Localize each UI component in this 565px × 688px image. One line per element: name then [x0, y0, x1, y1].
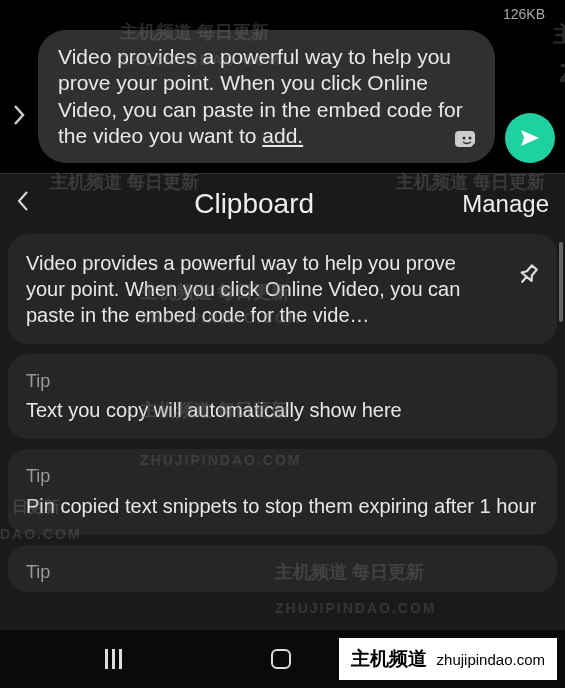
clipboard-panel: Clipboard Manage Video provides a powerf… — [0, 173, 565, 646]
clipboard-item[interactable]: Tip — [8, 545, 557, 592]
clip-text: Pin copied text snippets to stop them ex… — [26, 493, 539, 519]
message-input[interactable]: Video provides a powerful way to help yo… — [38, 30, 495, 163]
clip-label: Tip — [26, 561, 539, 584]
clip-label: Tip — [26, 370, 539, 393]
clip-text: Text you copy will automatically show he… — [26, 397, 539, 423]
message-text: Video provides a powerful way to help yo… — [58, 45, 463, 147]
expand-chevron-icon[interactable] — [10, 103, 28, 163]
brand-main: 主机频道 — [351, 646, 427, 672]
nav-recent-button[interactable] — [105, 649, 122, 669]
send-button[interactable] — [505, 113, 555, 163]
pin-icon[interactable] — [515, 262, 541, 294]
clipboard-list[interactable]: Video provides a powerful way to help yo… — [0, 234, 565, 646]
file-size-label: 126KB — [503, 6, 545, 22]
clipboard-item[interactable]: Tip Text you copy will automatically sho… — [8, 354, 557, 439]
clipboard-title: Clipboard — [46, 188, 462, 220]
sticker-icon[interactable] — [455, 127, 479, 151]
clipboard-item[interactable]: Tip Pin copied text snippets to stop the… — [8, 449, 557, 534]
manage-button[interactable]: Manage — [462, 190, 549, 218]
svg-point-1 — [469, 137, 472, 140]
scrollbar-thumb[interactable] — [559, 242, 563, 322]
back-button[interactable] — [16, 190, 46, 218]
brand-sub: zhujipindao.com — [437, 651, 545, 668]
clip-text: Video provides a powerful way to help yo… — [26, 250, 539, 328]
message-text-cursor: add. — [262, 124, 303, 147]
clip-label: Tip — [26, 465, 539, 488]
nav-home-button[interactable] — [271, 649, 291, 669]
brand-watermark: 主机频道 zhujipindao.com — [339, 638, 557, 680]
send-icon — [518, 126, 542, 150]
clipboard-item[interactable]: Video provides a powerful way to help yo… — [8, 234, 557, 344]
svg-point-0 — [463, 137, 466, 140]
